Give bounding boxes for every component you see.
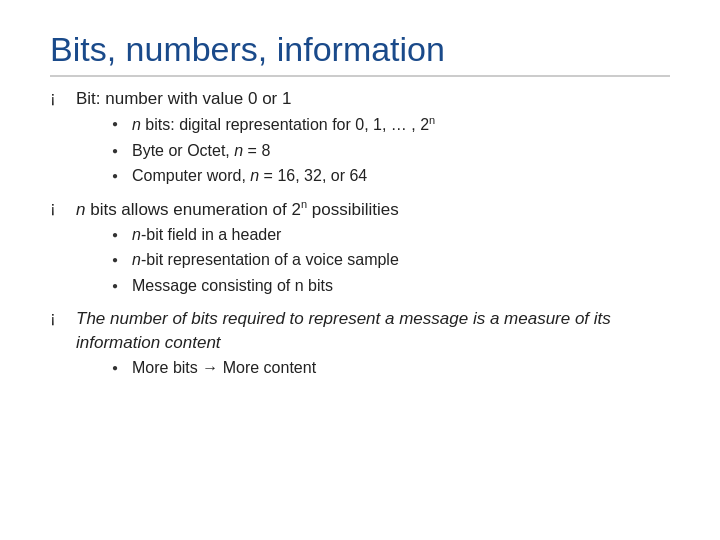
sub-item-2-3-text: Message consisting of n bits [132, 275, 333, 297]
sub-item-1-1-text: n bits: digital representation for 0, 1,… [132, 113, 435, 137]
bullet-symbol-3: ¡ [50, 308, 66, 328]
bullet-symbol-1: ¡ [50, 88, 66, 108]
sub-item-3-1-text: More bits → More content [132, 357, 316, 379]
sub-bullet-1-3: ● [112, 169, 124, 183]
sub-bullet-1-1: ● [112, 117, 124, 131]
bullet-3: ¡ The number of bits required to represe… [50, 307, 670, 383]
sub-item-2-2-text: n-bit representation of a voice sample [132, 249, 399, 271]
sub-bullet-2-3: ● [112, 279, 124, 293]
bullet-3-sublist: ● More bits → More content [112, 357, 670, 379]
sub-item-1-2: ● Byte or Octet, n = 8 [112, 140, 670, 162]
bullet-1-label: Bit: number with value 0 or 1 [76, 89, 291, 108]
sub-item-2-2: ● n-bit representation of a voice sample [112, 249, 670, 271]
bullet-2-label: n bits allows enumeration of 2n possibil… [76, 200, 399, 219]
sub-item-1-1: ● n bits: digital representation for 0, … [112, 113, 670, 137]
sub-bullet-2-1: ● [112, 228, 124, 242]
sub-item-3-1: ● More bits → More content [112, 357, 670, 379]
sub-item-1-3-text: Computer word, n = 16, 32, or 64 [132, 165, 367, 187]
bullet-3-label: The number of bits required to represent… [76, 309, 611, 352]
sub-item-2-1-text: n-bit field in a header [132, 224, 281, 246]
content-area: ¡ Bit: number with value 0 or 1 ● n bits… [50, 87, 670, 383]
bullet-1-sublist: ● n bits: digital representation for 0, … [112, 113, 670, 188]
sub-bullet-1-2: ● [112, 144, 124, 158]
slide-title: Bits, numbers, information [50, 30, 670, 77]
bullet-2-sublist: ● n-bit field in a header ● n-bit repres… [112, 224, 670, 297]
sub-item-2-3: ● Message consisting of n bits [112, 275, 670, 297]
bullet-2-text: n bits allows enumeration of 2n possibil… [76, 197, 670, 301]
bullet-symbol-2: ¡ [50, 198, 66, 218]
sub-bullet-2-2: ● [112, 253, 124, 267]
sub-item-2-1: ● n-bit field in a header [112, 224, 670, 246]
bullet-2: ¡ n bits allows enumeration of 2n possib… [50, 197, 670, 301]
bullet-1: ¡ Bit: number with value 0 or 1 ● n bits… [50, 87, 670, 191]
bullet-1-text: Bit: number with value 0 or 1 ● n bits: … [76, 87, 670, 191]
sub-item-1-2-text: Byte or Octet, n = 8 [132, 140, 270, 162]
sub-bullet-3-1: ● [112, 361, 124, 375]
bullet-3-text: The number of bits required to represent… [76, 307, 670, 383]
slide: Bits, numbers, information ¡ Bit: number… [0, 0, 720, 540]
sub-item-1-3: ● Computer word, n = 16, 32, or 64 [112, 165, 670, 187]
